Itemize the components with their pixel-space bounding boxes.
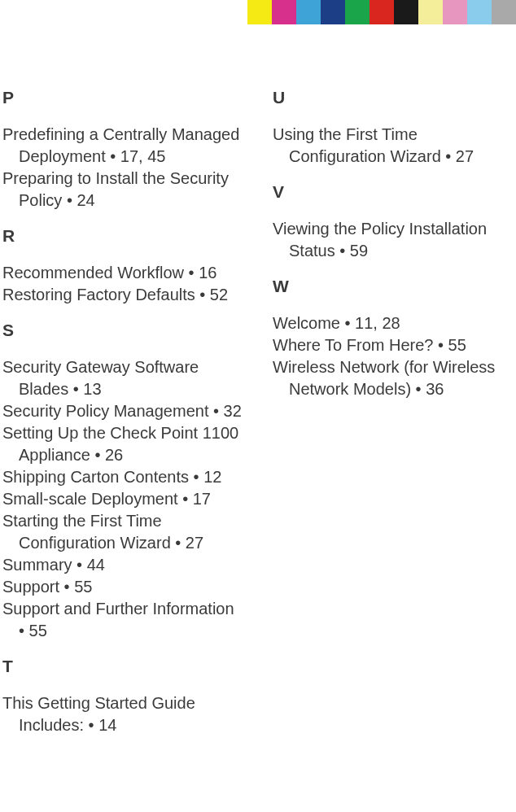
index-entry: Security Gateway Software Blades • 13	[2, 356, 243, 400]
index-entry: Support • 55	[2, 576, 243, 598]
index-letter: P	[2, 88, 243, 107]
index-content: P Predefining a Centrally Managed Deploy…	[2, 88, 514, 736]
index-entry: Small-scale Deployment • 17	[2, 488, 243, 510]
index-letter: S	[2, 321, 243, 340]
index-entry: Where To From Here? • 55	[273, 334, 514, 356]
index-entry: Starting the First Time Configuration Wi…	[2, 510, 243, 554]
index-entry: Summary • 44	[2, 554, 243, 576]
index-entry: Setting Up the Check Point 1100 Applianc…	[2, 422, 243, 466]
index-entry: Welcome • 11, 28	[273, 312, 514, 334]
index-letter: T	[2, 657, 243, 676]
color-registration-bar	[247, 0, 516, 24]
index-entry: Restoring Factory Defaults • 52	[2, 284, 243, 306]
index-entry: Preparing to Install the Security Policy…	[2, 168, 243, 212]
index-letter: U	[273, 88, 514, 107]
index-letter: W	[273, 277, 514, 296]
index-entry: Support and Further Information • 55	[2, 598, 243, 642]
index-letter: V	[273, 182, 514, 202]
index-column-left: P Predefining a Centrally Managed Deploy…	[2, 88, 243, 736]
index-entry: Predefining a Centrally Managed Deployme…	[2, 124, 243, 168]
index-entry: Shipping Carton Contents • 12	[2, 466, 243, 488]
index-entry: This Getting Started Guide Includes: • 1…	[2, 692, 243, 736]
index-entry: Wireless Network (for Wireless Network M…	[273, 356, 514, 400]
index-entry: Recommended Workflow • 16	[2, 262, 243, 284]
index-entry: Using the First Time Configuration Wizar…	[273, 124, 514, 168]
index-entry: Security Policy Management • 32	[2, 400, 243, 422]
index-letter: R	[2, 226, 243, 246]
index-entry: Viewing the Policy Installation Status •…	[273, 218, 514, 262]
index-column-right: U Using the First Time Configuration Wiz…	[273, 88, 514, 736]
